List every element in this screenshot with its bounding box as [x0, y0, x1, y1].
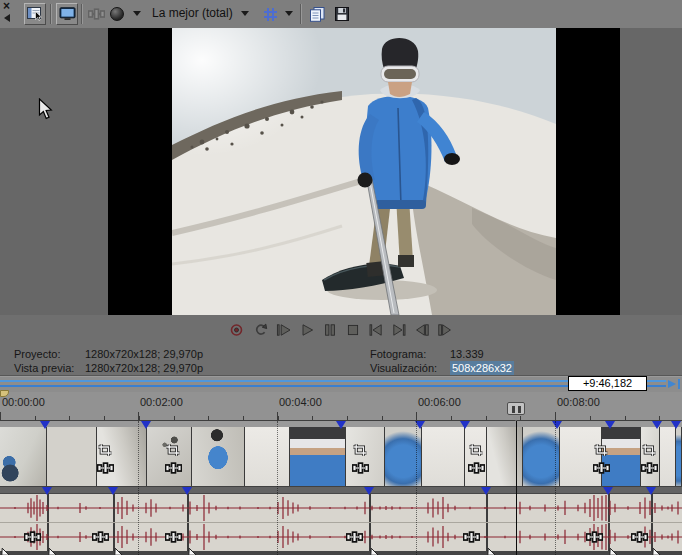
event-corner-fold-icon[interactable] [188, 542, 197, 555]
external-monitor-icon [59, 7, 76, 21]
pan-crop-icon[interactable] [352, 443, 368, 457]
media-marker-triangle-icon[interactable] [671, 421, 681, 429]
event-corner-fold-icon[interactable] [114, 542, 123, 555]
external-monitor-button[interactable] [56, 3, 78, 25]
playhead-flag[interactable] [507, 402, 525, 415]
media-marker-triangle-icon[interactable] [182, 487, 192, 495]
stop-icon [344, 323, 361, 337]
save-snapshot-button[interactable] [331, 3, 353, 25]
audio-waveform [0, 494, 682, 522]
event-fx-icon[interactable] [641, 462, 658, 474]
audio-track[interactable] [0, 493, 682, 555]
video-clip[interactable] [660, 427, 676, 486]
copy-snapshot-button[interactable] [306, 3, 328, 25]
video-clip[interactable] [0, 427, 47, 486]
media-marker-triangle-icon[interactable] [481, 487, 491, 495]
media-marker-triangle-icon[interactable] [552, 421, 562, 429]
pan-crop-icon[interactable] [641, 443, 657, 457]
playhead-line[interactable] [516, 421, 517, 555]
video-track[interactable] [0, 421, 682, 486]
pan-crop-icon[interactable] [165, 443, 181, 457]
ruler-minor-tick [139, 416, 140, 420]
event-corner-fold-icon[interactable] [370, 542, 379, 555]
timeline-scrollbar[interactable]: +9:46,182 [0, 377, 682, 392]
event-fx-icon[interactable] [165, 462, 182, 474]
media-marker-triangle-icon[interactable] [646, 487, 656, 495]
close-icon[interactable]: × [3, 0, 10, 12]
pan-crop-icon[interactable] [468, 443, 484, 457]
grid-overlay-button[interactable] [259, 3, 281, 25]
media-marker-triangle-icon[interactable] [460, 421, 470, 429]
audio-event-fx[interactable] [631, 529, 648, 547]
pan-crop-icon[interactable] [593, 443, 609, 457]
event-fx-icon[interactable] [165, 531, 182, 543]
video-output-fx-button[interactable] [85, 3, 107, 25]
ruler-label: 00:00:00 [2, 396, 45, 408]
event-corner-fold-icon[interactable] [48, 542, 57, 555]
video-clip[interactable] [422, 427, 465, 486]
timeline-ruler[interactable]: 00:00:0000:02:0000:04:0000:06:0000:08:00 [0, 392, 682, 421]
event-fx-icon[interactable] [593, 462, 610, 474]
record-button[interactable] [227, 318, 249, 342]
pause-button[interactable] [319, 318, 341, 342]
pan-crop-icon[interactable] [97, 443, 113, 457]
stop-button[interactable] [342, 318, 364, 342]
ruler-label: 00:04:00 [279, 396, 322, 408]
event-fx-icon[interactable] [97, 462, 114, 474]
audio-event-fx[interactable] [165, 529, 182, 547]
video-preview-frame[interactable] [108, 28, 620, 315]
event-fx-icon[interactable] [24, 531, 41, 543]
video-clip[interactable] [487, 427, 523, 486]
event-corner-fold-icon[interactable] [609, 542, 618, 555]
status-info: Proyecto: 1280x720x128; 29,970p Vista pr… [0, 345, 682, 375]
event-fx-icon[interactable] [586, 531, 603, 543]
event-fx-icon[interactable] [463, 531, 480, 543]
play-button[interactable] [296, 318, 318, 342]
video-clip[interactable] [192, 427, 245, 486]
video-clip[interactable] [47, 427, 97, 486]
media-marker-triangle-icon[interactable] [40, 421, 50, 429]
scroll-right-arrow-icon[interactable] [668, 380, 676, 388]
grid-overlay-dropdown-arrow[interactable] [285, 11, 293, 16]
event-corner-fold-icon[interactable] [652, 542, 661, 555]
toolbar-separator [300, 4, 302, 24]
next-frame-button[interactable] [434, 318, 456, 342]
media-marker-triangle-icon[interactable] [603, 487, 613, 495]
audio-event-fx[interactable] [92, 529, 109, 547]
event-corner-fold-icon[interactable] [487, 542, 496, 555]
media-marker-triangle-icon[interactable] [364, 487, 374, 495]
event-corner-fold-icon[interactable] [1, 542, 10, 555]
split-screen-dropdown-arrow[interactable] [133, 11, 141, 16]
go-to-end-button[interactable] [388, 318, 410, 342]
pause-icon [321, 323, 338, 337]
previous-frame-button[interactable] [411, 318, 433, 342]
event-fx-icon[interactable] [346, 531, 363, 543]
preview-area [0, 28, 682, 315]
preview-label: Vista previa: [14, 361, 74, 375]
split-screen-view-button[interactable] [106, 3, 128, 25]
event-fx-icon[interactable] [92, 531, 109, 543]
track-view-button[interactable] [24, 3, 46, 25]
preview-quality-dropdown[interactable]: La mejor (total) [152, 6, 233, 20]
collapse-icon[interactable] [4, 14, 10, 22]
video-clip[interactable] [245, 427, 290, 486]
video-clip[interactable] [290, 427, 346, 486]
go-to-start-button[interactable] [365, 318, 387, 342]
event-fx-icon[interactable] [352, 462, 369, 474]
media-marker-triangle-icon[interactable] [652, 421, 662, 429]
preview-quality-dropdown-arrow[interactable] [241, 11, 249, 16]
media-marker-triangle-icon[interactable] [605, 421, 615, 429]
audio-event-fx[interactable] [463, 529, 480, 547]
media-marker-triangle-icon[interactable] [108, 487, 118, 495]
audio-event-fx[interactable] [346, 529, 363, 547]
audio-event-fx[interactable] [24, 529, 41, 547]
audio-event-fx[interactable] [586, 529, 603, 547]
event-fx-icon[interactable] [468, 462, 485, 474]
media-marker-triangle-icon[interactable] [336, 421, 346, 429]
loop-playback-button[interactable] [250, 318, 272, 342]
video-clip[interactable] [676, 427, 682, 486]
play-from-start-button[interactable] [273, 318, 295, 342]
media-marker-triangle-icon[interactable] [141, 421, 151, 429]
event-fx-icon[interactable] [631, 531, 648, 543]
media-marker-triangle-icon[interactable] [42, 487, 52, 495]
